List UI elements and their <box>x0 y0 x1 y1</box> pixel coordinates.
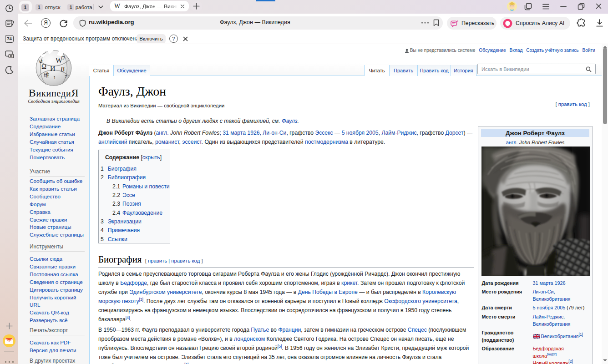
svg-text:Ω: Ω <box>41 63 46 70</box>
svg-text:ו: ו <box>54 74 55 81</box>
svg-text:B: B <box>61 66 65 73</box>
svg-text:И: И <box>50 65 56 72</box>
svg-text:维: 维 <box>44 72 49 78</box>
svg-text:ق: ق <box>39 58 43 63</box>
svg-text:7: 7 <box>65 74 67 79</box>
svg-text:ウ: ウ <box>61 55 66 60</box>
